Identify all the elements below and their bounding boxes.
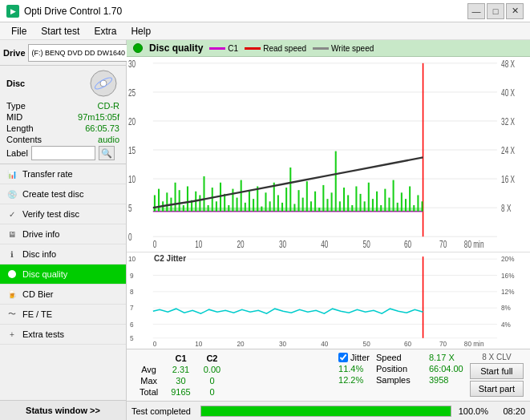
svg-rect-89 <box>380 205 382 212</box>
svg-rect-55 <box>241 180 242 212</box>
jitter-max-row: 12.2% <box>338 375 370 385</box>
svg-text:40: 40 <box>321 238 328 249</box>
svg-text:60: 60 <box>404 341 412 348</box>
svg-text:10: 10 <box>195 341 203 348</box>
svg-text:24 X: 24 X <box>501 144 515 155</box>
start-full-button[interactable]: Start full <box>470 363 524 379</box>
svg-rect-64 <box>277 195 279 211</box>
samples-key: Samples <box>376 375 424 385</box>
c1-chart-svg: 48 X 40 X 32 X 24 X 16 X 8 X 30 25 20 15… <box>127 57 530 252</box>
legend-c1-label: C1 <box>228 44 238 53</box>
svg-rect-73 <box>314 192 316 212</box>
nav-fe-te[interactable]: 〜 FE / TE <box>0 305 126 325</box>
legend-write-speed: Write speed <box>313 44 374 53</box>
disc-title: Disc <box>6 79 25 88</box>
minimize-button[interactable]: — <box>467 3 485 19</box>
jitter-label: Jitter <box>350 353 370 362</box>
c2-jitter-chart: C2 Jitter 10 9 8 7 6 5 <box>127 252 530 349</box>
legend-read-speed: Read speed <box>245 44 306 53</box>
jitter-checkbox-row: Jitter <box>338 353 370 362</box>
nav-disc-info-label: Disc info <box>22 249 56 259</box>
stats-data-table: C1 C2 Avg 2.31 0.00 Max 30 0 <box>133 353 227 398</box>
nav-drive-info[interactable]: 🖥 Drive info <box>0 224 126 244</box>
disc-contents-val: audio <box>98 135 119 144</box>
main-area: Drive (F:) BENQ DVD DD DW1640 BSRB ⏏ Spe… <box>0 40 530 420</box>
stats-c1-avg: 2.31 <box>164 364 196 375</box>
read-color <box>245 47 261 50</box>
nav-create-test-disc[interactable]: 💿 Create test disc <box>0 184 126 204</box>
svg-rect-91 <box>388 198 390 212</box>
svg-rect-52 <box>228 205 229 212</box>
speed-row: Speed 8.17 X <box>376 353 463 362</box>
menu-start-test[interactable]: Start test <box>34 24 86 38</box>
disc-info-icon: ℹ <box>6 248 18 260</box>
svg-rect-69 <box>298 190 300 212</box>
jitter-avg-row: 11.4% <box>338 364 370 374</box>
fe-te-icon: 〜 <box>6 309 18 320</box>
start-buttons-section: 8 X CLV Start full Start part <box>470 353 524 398</box>
menu-file[interactable]: File <box>5 24 33 38</box>
menu-help[interactable]: Help <box>124 24 157 38</box>
nav-cd-bier-label: CD Bier <box>22 289 54 299</box>
svg-rect-54 <box>237 198 238 212</box>
nav-disc-quality[interactable]: Disc quality <box>0 265 126 285</box>
svg-rect-42 <box>187 186 188 211</box>
nav-disc-info[interactable]: ℹ Disc info <box>0 244 126 265</box>
close-button[interactable]: ✕ <box>506 3 524 19</box>
nav-cd-bier[interactable]: 🍺 CD Bier <box>0 285 126 305</box>
stats-row-total: Total 9165 0 <box>133 386 227 398</box>
svg-text:80 min: 80 min <box>464 238 484 249</box>
disc-graphic <box>87 69 119 98</box>
svg-text:32 X: 32 X <box>501 115 515 127</box>
drive-info-icon: 🖥 <box>6 228 18 240</box>
disc-mid-val: 97m15:05f <box>78 112 119 122</box>
nav-verify-test-disc[interactable]: ✓ Verify test disc <box>0 204 126 224</box>
verify-test-disc-icon: ✓ <box>6 208 18 220</box>
stats-label-avg: Avg <box>133 364 164 375</box>
svg-rect-94 <box>401 192 403 212</box>
col-header-c2: C2 <box>197 353 227 364</box>
svg-rect-33 <box>153 208 423 212</box>
svg-rect-48 <box>212 188 213 212</box>
nav-extra-tests[interactable]: + Extra tests <box>0 325 126 345</box>
progress-label: Test completed <box>131 406 196 416</box>
svg-rect-85 <box>364 201 366 212</box>
svg-text:10: 10 <box>128 256 136 263</box>
extra-tests-icon: + <box>6 329 18 340</box>
svg-rect-88 <box>376 192 378 212</box>
disc-label-input[interactable] <box>31 146 95 160</box>
stats-c1-total: 9165 <box>164 386 196 398</box>
svg-text:60: 60 <box>404 238 411 249</box>
svg-rect-39 <box>175 183 176 212</box>
svg-rect-72 <box>310 201 312 212</box>
jitter-checkbox[interactable] <box>338 353 348 362</box>
svg-text:40 X: 40 X <box>501 87 515 98</box>
svg-rect-51 <box>224 194 225 212</box>
status-window-button[interactable]: Status window >> <box>0 400 126 420</box>
svg-text:10: 10 <box>128 173 136 184</box>
svg-rect-87 <box>372 199 374 212</box>
menu-extra[interactable]: Extra <box>87 24 123 38</box>
start-part-button[interactable]: Start part <box>470 381 524 397</box>
maximize-button[interactable]: □ <box>487 3 504 19</box>
svg-rect-98 <box>417 195 419 211</box>
nav-transfer-rate[interactable]: 📊 Transfer rate <box>0 164 126 184</box>
svg-text:15: 15 <box>128 144 136 155</box>
svg-rect-59 <box>257 186 258 211</box>
disc-label-row: Label 🔍 <box>6 146 119 160</box>
svg-text:4%: 4% <box>501 321 511 329</box>
svg-text:50: 50 <box>363 238 370 249</box>
disc-label-button[interactable]: 🔍 <box>99 146 115 160</box>
svg-text:50: 50 <box>363 341 371 348</box>
stats-label-total: Total <box>133 386 164 398</box>
disc-type-val: CD-R <box>98 101 120 111</box>
svg-rect-61 <box>265 192 266 212</box>
samples-row: Samples 3958 <box>376 375 463 385</box>
svg-rect-35 <box>158 189 160 212</box>
col-header-empty <box>133 353 164 364</box>
disc-label-key: Label <box>6 148 28 158</box>
stats-row-max: Max 30 0 <box>133 375 227 386</box>
svg-rect-56 <box>245 203 246 212</box>
svg-text:20: 20 <box>237 341 245 348</box>
svg-rect-75 <box>322 185 324 212</box>
